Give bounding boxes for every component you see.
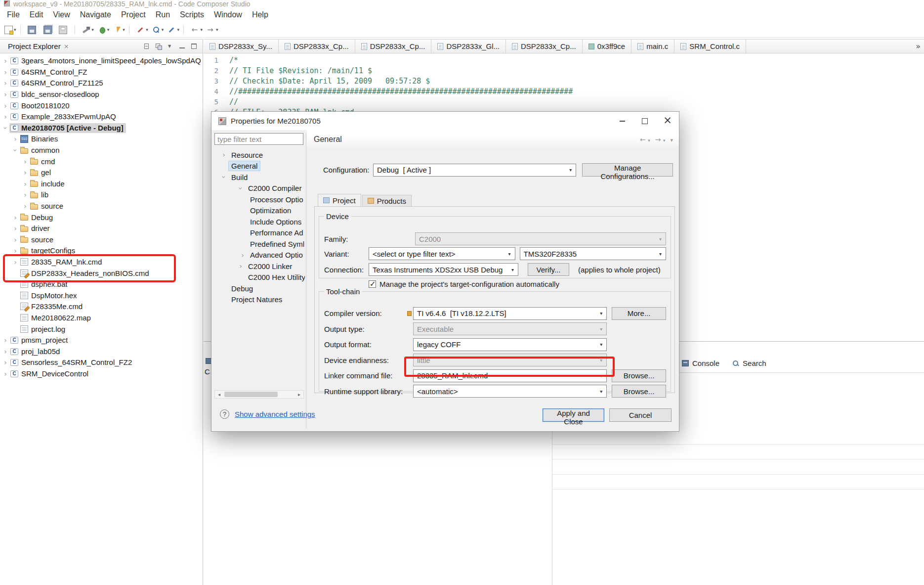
save[interactable]	[26, 24, 41, 36]
project-tree-item[interactable]: pmsm_project	[0, 335, 203, 346]
view-menu[interactable]	[670, 135, 673, 143]
twisty-icon[interactable]	[219, 151, 228, 159]
dialog-tree-item[interactable]: Advanced Optio	[214, 250, 305, 261]
dialog-tree-item[interactable]: C2000 Hex Utility	[214, 272, 305, 283]
project-tree-item[interactable]: Me20180705 [Active - Debug]	[0, 123, 203, 134]
twisty-icon[interactable]	[1, 125, 9, 132]
view-menu[interactable]	[167, 43, 174, 50]
dialog-tree-item[interactable]: Optimization	[214, 205, 305, 217]
configuration-combo[interactable]: Debug [ Active ]	[373, 164, 576, 177]
debug[interactable]	[96, 24, 111, 36]
family-combo[interactable]: C2000	[415, 232, 666, 245]
menu-item[interactable]: File	[2, 9, 25, 21]
panel-tab[interactable]: Console	[682, 359, 719, 367]
dialog-tree-item[interactable]: C2000 Compiler	[214, 183, 305, 194]
dialog-tree-item[interactable]: Project Natures	[214, 294, 305, 306]
menu-item[interactable]: View	[48, 9, 75, 21]
dialog-tree-item[interactable]: Resource	[214, 149, 305, 161]
twisty-icon[interactable]	[1, 359, 9, 366]
project-tree-item[interactable]: common	[0, 145, 203, 156]
twisty-icon[interactable]	[1, 102, 9, 109]
editor-tab[interactable]: 0x3ff9ce	[583, 40, 631, 53]
project-tree-item[interactable]: source	[0, 201, 203, 212]
dialog-tree-item[interactable]: Predefined Syml	[214, 238, 305, 250]
horizontal-scrollbar[interactable]	[214, 390, 304, 399]
save-all[interactable]	[42, 24, 57, 36]
menu-item[interactable]: Scripts	[175, 9, 209, 21]
manage-target-config-checkbox[interactable]	[369, 280, 376, 288]
project-tree-item[interactable]: 3gears_4motors_inone_limitSpeed_4poles_l…	[0, 55, 203, 67]
project-tree-item[interactable]: Binaries	[0, 134, 203, 145]
editor-tab[interactable]: DSP2833x_Cp...	[279, 40, 355, 53]
project-tree-item[interactable]: dsphex.bat	[0, 279, 203, 290]
twisty-icon[interactable]	[1, 57, 9, 64]
project-tree-item[interactable]: Sensorless_64SRM_Control_FZ2	[0, 357, 203, 368]
project-tree-item[interactable]: include	[0, 179, 203, 190]
project-tree-item[interactable]: Me20180622.map	[0, 313, 203, 324]
toolchain-row-button[interactable]: Browse...	[612, 385, 666, 398]
editor-tab[interactable]: DSP2833x_Gl...	[431, 40, 506, 53]
project-tree-item[interactable]: bldc_sensor-closedloop	[0, 89, 203, 100]
help-icon[interactable]	[220, 409, 229, 419]
editor-tab[interactable]: DSP2833x_Sy...	[204, 40, 279, 53]
scroll-right-icon[interactable]	[295, 391, 303, 398]
toolchain-combo[interactable]: little	[413, 354, 607, 366]
search[interactable]	[151, 24, 166, 36]
twisty-icon[interactable]	[11, 236, 19, 243]
twisty-icon[interactable]	[236, 262, 245, 270]
project-tree-item[interactable]: targetConfigs	[0, 245, 203, 257]
toolchain-combo[interactable]: TI v6.4.6 [TI v18.12.2.LTS]	[413, 307, 607, 320]
twisty-icon[interactable]	[21, 180, 29, 187]
project-tree-item[interactable]: 64SRM_Control_FZ	[0, 67, 203, 78]
dialog-tree-item[interactable]: Debug	[214, 283, 305, 294]
project-tree-item[interactable]: project.log	[0, 323, 203, 335]
dialog-tree-item[interactable]: Include Options	[214, 216, 305, 227]
close[interactable]	[656, 112, 679, 130]
project-tree-item[interactable]: lib	[0, 189, 203, 201]
collapse-all[interactable]	[143, 43, 150, 50]
dialog-tree-item[interactable]: Build	[214, 172, 305, 183]
scroll-left-icon[interactable]	[215, 391, 223, 398]
twisty-icon[interactable]	[238, 251, 247, 259]
minimize[interactable]	[611, 112, 633, 130]
twisty-icon[interactable]	[1, 337, 9, 344]
manage-configurations-button[interactable]: Manage Configurations...	[582, 163, 673, 177]
tab-products[interactable]: Products	[362, 195, 412, 206]
twisty-icon[interactable]	[1, 80, 9, 87]
twisty-icon[interactable]	[21, 191, 29, 198]
cut[interactable]	[135, 24, 150, 36]
close-view-icon[interactable]	[64, 43, 69, 50]
link-with-editor[interactable]	[155, 43, 162, 50]
project-tree-item[interactable]: 28335_RAM_lnk.cmd	[0, 257, 203, 268]
dialog-tree-item[interactable]: Performance Ad	[214, 227, 305, 239]
show-advanced-settings-link[interactable]: Show advanced settings	[235, 410, 315, 418]
twisty-icon[interactable]	[11, 259, 19, 266]
project-tree-item[interactable]: cmd	[0, 156, 203, 167]
highlight[interactable]	[166, 24, 181, 36]
project-tree-item[interactable]: 64SRM_Control_FZ1125	[0, 78, 203, 89]
new-wizard[interactable]	[3, 24, 18, 36]
filter-input[interactable]	[214, 133, 303, 145]
tab-project[interactable]: Project	[318, 194, 361, 206]
connection-combo[interactable]: Texas Instruments XDS2xx USB Debug	[369, 263, 518, 276]
menu-item[interactable]: Help	[247, 9, 273, 21]
twisty-icon[interactable]	[1, 91, 9, 98]
project-tree-item[interactable]: driver	[0, 223, 203, 234]
menu-item[interactable]: Window	[209, 9, 247, 21]
twisty-icon[interactable]	[11, 135, 19, 142]
twisty-icon[interactable]	[11, 225, 19, 232]
twisty-icon[interactable]	[11, 247, 19, 254]
toolchain-row-button[interactable]: Browse...	[612, 369, 666, 382]
twisty-icon[interactable]	[21, 203, 29, 210]
twisty-icon[interactable]	[1, 69, 9, 76]
toolchain-combo[interactable]: 28335_RAM_lnk.cmd	[413, 369, 607, 382]
project-tree-item[interactable]: Debug	[0, 212, 203, 223]
twisty-icon[interactable]	[11, 147, 19, 154]
twisty-icon[interactable]	[1, 348, 9, 355]
menu-item[interactable]: Edit	[25, 9, 48, 21]
project-tree-item[interactable]: Example_2833xEPwmUpAQ	[0, 111, 203, 123]
project-tree-item[interactable]: proj_lab05d	[0, 346, 203, 357]
minimize[interactable]	[178, 43, 186, 50]
scrollbar-thumb[interactable]	[224, 392, 278, 397]
twisty-icon[interactable]	[21, 158, 29, 165]
